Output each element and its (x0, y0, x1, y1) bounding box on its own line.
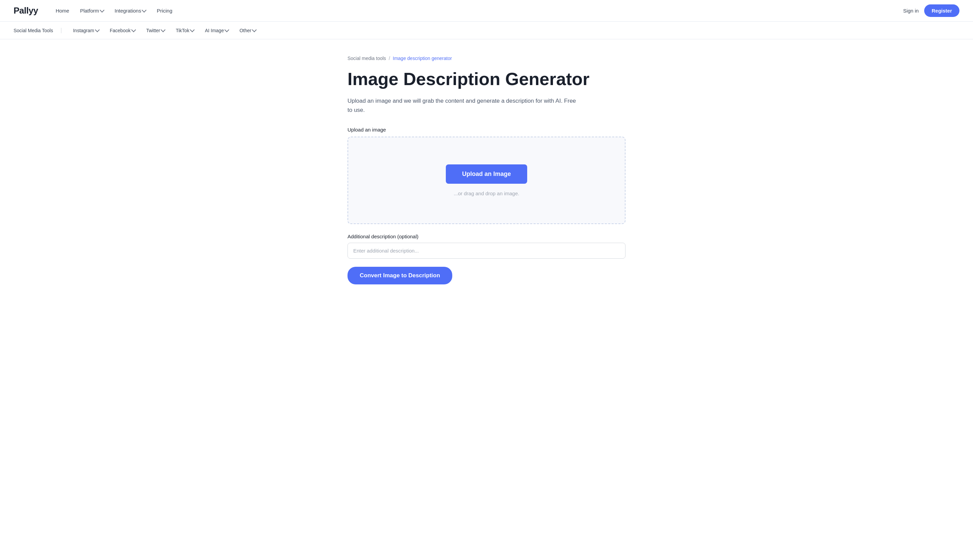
sec-nav-ai-image[interactable]: AI Image (200, 26, 233, 35)
facebook-chevron-icon (131, 27, 136, 32)
ai-image-chevron-icon (225, 27, 229, 32)
upload-label: Upload an image (348, 127, 625, 133)
social-media-tools-label: Social Media Tools (13, 28, 62, 33)
drag-drop-text: ...or drag and drop an image. (453, 190, 519, 196)
logo[interactable]: Pallyy (13, 5, 38, 16)
upload-image-button[interactable]: Upload an Image (446, 164, 527, 184)
sign-in-link[interactable]: Sign in (903, 8, 919, 13)
breadcrumb-current[interactable]: Image description generator (393, 56, 452, 61)
secondary-nav: Social Media Tools Instagram Facebook Tw… (0, 22, 973, 39)
integrations-chevron-icon (142, 8, 147, 13)
sec-nav-tiktok[interactable]: TikTok (171, 26, 199, 35)
nav-integrations[interactable]: Integrations (110, 5, 150, 16)
secondary-nav-items: Instagram Facebook Twitter TikTok AI Ima… (68, 26, 261, 35)
top-nav: Pallyy Home Platform Integrations Pricin… (0, 0, 973, 22)
main-content: Social media tools / Image description g… (334, 39, 639, 312)
sec-nav-instagram[interactable]: Instagram (68, 26, 103, 35)
tiktok-chevron-icon (190, 27, 195, 32)
breadcrumb: Social media tools / Image description g… (348, 56, 625, 61)
instagram-chevron-icon (95, 27, 100, 32)
register-button[interactable]: Register (924, 4, 960, 17)
additional-description-input[interactable] (348, 243, 625, 258)
breadcrumb-separator: / (389, 56, 390, 61)
nav-home[interactable]: Home (52, 5, 73, 16)
upload-area[interactable]: Upload an Image ...or drag and drop an i… (348, 137, 625, 224)
breadcrumb-parent[interactable]: Social media tools (348, 56, 386, 61)
page-subtitle: Upload an image and we will grab the con… (348, 96, 578, 115)
sec-nav-facebook[interactable]: Facebook (105, 26, 140, 35)
page-title: Image Description Generator (348, 69, 625, 90)
sec-nav-other[interactable]: Other (235, 26, 261, 35)
convert-button[interactable]: Convert Image to Description (348, 267, 452, 284)
top-nav-right: Sign in Register (903, 4, 960, 17)
twitter-chevron-icon (161, 27, 165, 32)
platform-chevron-icon (100, 8, 105, 13)
nav-pricing[interactable]: Pricing (153, 5, 176, 16)
additional-description-label: Additional description (optional) (348, 233, 625, 239)
other-chevron-icon (252, 27, 257, 32)
nav-platform[interactable]: Platform (76, 5, 108, 16)
sec-nav-twitter[interactable]: Twitter (142, 26, 170, 35)
top-nav-links: Home Platform Integrations Pricing (52, 5, 903, 16)
